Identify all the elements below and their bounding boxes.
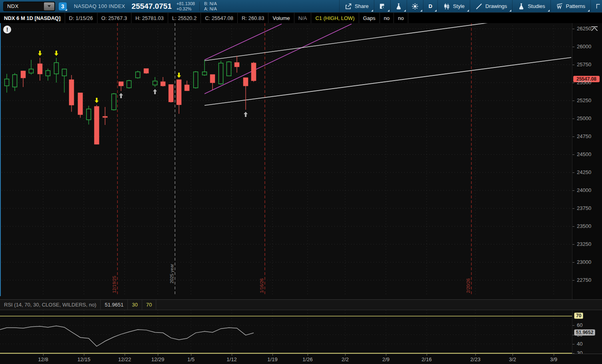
rsi-panel: 70 51.9652 60504030 xyxy=(0,310,602,354)
time-tick xyxy=(386,354,386,356)
candle[interactable] xyxy=(136,71,140,79)
link-badge[interactable]: 3 xyxy=(59,2,67,10)
rsi-chart[interactable] xyxy=(0,310,572,354)
price-tick-label: 24250 xyxy=(577,169,591,175)
trendline[interactable] xyxy=(205,23,488,61)
trendline-drawing-icon xyxy=(475,3,483,10)
candle[interactable] xyxy=(21,71,26,87)
time-tick-label: 2/16 xyxy=(421,356,431,362)
candle[interactable] xyxy=(177,80,181,114)
rsi-tick-label: 60 xyxy=(577,322,582,328)
clipped-icon xyxy=(596,3,602,10)
thinkorswim-chart-window: NDX 3 NASDAQ 100 INDEX 25547.0751 +81.13… xyxy=(0,0,602,364)
time-tick xyxy=(513,354,513,356)
candle[interactable] xyxy=(161,77,165,87)
event-line-label: 12/19/25 xyxy=(112,276,117,293)
candle[interactable] xyxy=(235,56,239,73)
alert-icon[interactable]: ! xyxy=(3,26,11,34)
trendline[interactable] xyxy=(205,24,352,94)
gear-icon xyxy=(411,3,419,10)
axis-scale-icon[interactable] xyxy=(590,25,598,32)
candle[interactable] xyxy=(127,80,131,89)
candle[interactable] xyxy=(13,73,17,91)
candlestick-style-icon xyxy=(443,3,450,10)
style-button[interactable]: Style xyxy=(437,0,470,12)
candle[interactable] xyxy=(29,60,34,75)
rsi-study-label[interactable]: RSI (14, 70, 30, CLOSE, WILDERS, no) xyxy=(0,300,101,310)
sell-arrow-icon xyxy=(95,98,99,103)
events-button[interactable] xyxy=(374,0,390,12)
trendline[interactable] xyxy=(205,24,282,60)
main-price-chart[interactable]: 12/19/252025 year1/16/262/20/26 xyxy=(0,23,572,299)
candle[interactable] xyxy=(70,75,74,112)
sell-arrow-icon xyxy=(54,51,58,56)
sell-arrow-icon xyxy=(177,73,181,78)
settings-button[interactable] xyxy=(407,0,423,12)
dropdown-caret xyxy=(435,10,437,12)
partial-toolbar-button[interactable] xyxy=(590,0,602,12)
symbol-dropdown-button[interactable] xyxy=(44,2,54,10)
price-tick xyxy=(572,154,574,155)
rsi-tick xyxy=(572,344,574,344)
candle[interactable] xyxy=(54,58,59,83)
bid-value: B: N/A xyxy=(204,1,217,6)
candle[interactable] xyxy=(153,77,157,87)
price-axis[interactable]: 25547.08 2625026000257502550025250250002… xyxy=(572,23,602,299)
candle[interactable] xyxy=(78,93,83,118)
candle[interactable] xyxy=(219,61,223,85)
studies-button[interactable]: Studies xyxy=(512,0,550,12)
rsi-axis[interactable]: 70 51.9652 60504030 xyxy=(572,310,602,354)
analyze-button[interactable] xyxy=(390,0,407,12)
candle[interactable] xyxy=(185,81,189,91)
time-axis[interactable]: 12/812/1512/2212/291/51/121/191/262/22/9… xyxy=(0,354,602,364)
candle[interactable] xyxy=(112,93,116,111)
candle[interactable] xyxy=(46,69,50,81)
candle[interactable] xyxy=(169,85,173,103)
event-line-label: 2025 year xyxy=(169,264,174,283)
candle[interactable] xyxy=(95,105,99,144)
timeframe-button[interactable]: D xyxy=(423,0,437,12)
time-tick-label: 2/2 xyxy=(342,356,349,362)
price-tick xyxy=(572,136,574,137)
candle[interactable] xyxy=(5,74,9,93)
price-tick-label: 26000 xyxy=(577,44,591,49)
ohlc-close: C: 25547.08 xyxy=(201,13,238,23)
price-tick-label: 26250 xyxy=(577,26,591,32)
candle[interactable] xyxy=(144,69,149,74)
time-tick-label: 1/26 xyxy=(302,356,312,362)
gaps-toggle[interactable]: Gaps xyxy=(359,13,380,23)
time-tick-label: 2/9 xyxy=(382,356,389,362)
price-tick-label: 24750 xyxy=(577,133,591,139)
ohlc-date: D: 1/15/26 xyxy=(65,13,97,23)
candle[interactable] xyxy=(211,75,215,90)
price-tick-label: 23250 xyxy=(577,241,591,247)
candle[interactable] xyxy=(227,61,231,76)
drawings-label: Drawings xyxy=(485,3,507,9)
gaps-value-2: no xyxy=(394,13,408,23)
volume-toggle[interactable]: Volume xyxy=(268,13,294,23)
candle[interactable] xyxy=(252,62,256,82)
candle[interactable] xyxy=(244,78,248,110)
candle[interactable] xyxy=(38,58,42,81)
time-tick-label: 12/22 xyxy=(118,356,131,362)
toolbar-actions: Share xyxy=(339,0,602,12)
dropdown-caret xyxy=(371,10,373,12)
ohlc-low: L: 25520.2 xyxy=(168,13,201,23)
candle[interactable] xyxy=(194,71,198,89)
drawings-button[interactable]: Drawings xyxy=(470,0,512,12)
time-tick-label: 12/29 xyxy=(151,356,165,362)
symbol-input[interactable]: NDX xyxy=(3,2,55,11)
dropdown-caret xyxy=(387,10,389,12)
candle[interactable] xyxy=(87,106,91,125)
share-button[interactable]: Share xyxy=(339,0,374,12)
comparison-toggle[interactable]: C1 (HIGH, LOW) xyxy=(311,13,359,23)
candle[interactable] xyxy=(119,82,123,91)
candle[interactable] xyxy=(103,107,107,125)
price-tick xyxy=(572,244,574,245)
patterns-button[interactable]: Patterns xyxy=(550,0,590,12)
time-tick-label: 12/15 xyxy=(77,356,91,362)
candle[interactable] xyxy=(203,60,207,76)
candle[interactable] xyxy=(62,69,67,93)
price-tick-label: 22750 xyxy=(577,277,591,283)
time-tick xyxy=(427,354,427,356)
